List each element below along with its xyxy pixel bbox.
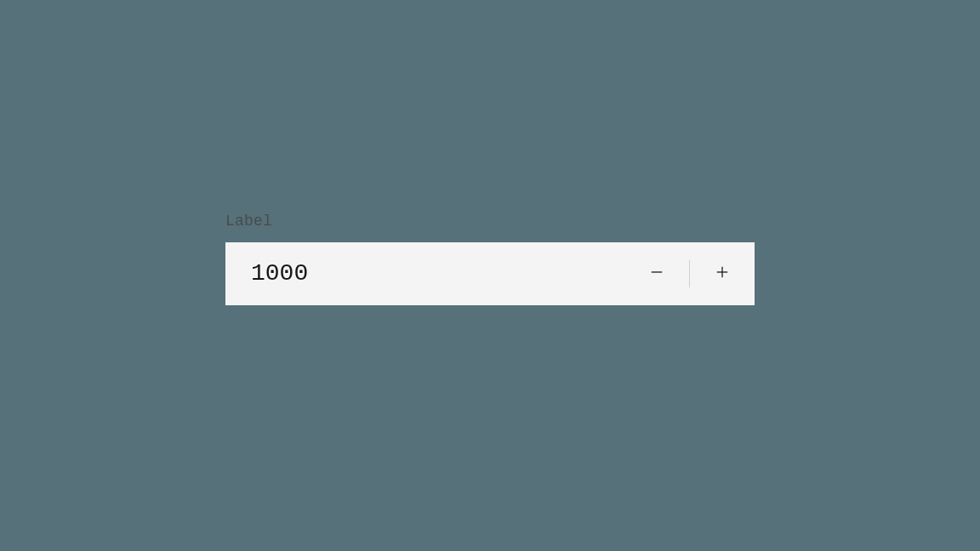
number-input-container xyxy=(225,242,755,305)
number-input-label: Label xyxy=(225,213,755,230)
plus-icon xyxy=(714,264,731,283)
number-input-field[interactable] xyxy=(225,242,624,305)
svg-rect-0 xyxy=(652,271,663,272)
minus-icon xyxy=(648,264,665,283)
increment-button[interactable] xyxy=(690,242,755,305)
decrement-button[interactable] xyxy=(624,242,689,305)
stepper-controls xyxy=(624,242,755,305)
svg-rect-2 xyxy=(721,267,722,278)
number-input-wrapper: Label xyxy=(225,213,755,305)
